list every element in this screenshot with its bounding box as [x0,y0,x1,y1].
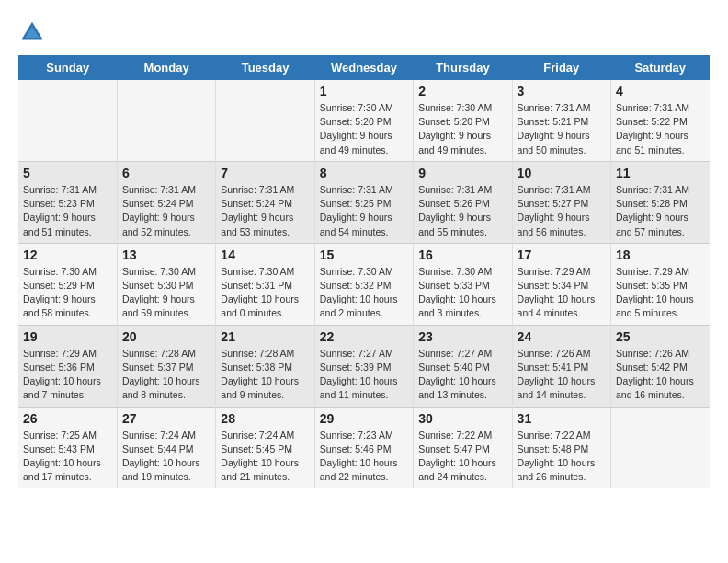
day-info: Sunrise: 7:31 AM Sunset: 5:24 PM Dayligh… [122,183,210,239]
day-info: Sunrise: 7:31 AM Sunset: 5:24 PM Dayligh… [221,183,309,239]
header-day-saturday: Saturday [611,55,710,80]
header-day-thursday: Thursday [414,55,512,80]
calendar-cell: 24Sunrise: 7:26 AM Sunset: 5:41 PM Dayli… [512,325,610,407]
day-number: 11 [616,166,705,180]
day-info: Sunrise: 7:29 AM Sunset: 5:34 PM Dayligh… [518,265,606,321]
calendar-cell: 10Sunrise: 7:31 AM Sunset: 5:27 PM Dayli… [512,161,610,243]
calendar-cell: 13Sunrise: 7:30 AM Sunset: 5:30 PM Dayli… [117,243,215,325]
header-day-wednesday: Wednesday [314,55,413,80]
day-number: 19 [23,329,112,344]
day-number: 5 [23,166,112,180]
day-info: Sunrise: 7:30 AM Sunset: 5:31 PM Dayligh… [221,265,309,321]
day-number: 29 [320,411,408,426]
day-info: Sunrise: 7:31 AM Sunset: 5:21 PM Dayligh… [518,101,606,157]
calendar-body: 1Sunrise: 7:30 AM Sunset: 5:20 PM Daylig… [18,80,710,488]
day-number: 10 [518,166,606,180]
calendar-cell: 16Sunrise: 7:30 AM Sunset: 5:33 PM Dayli… [414,243,512,325]
calendar-cell: 7Sunrise: 7:31 AM Sunset: 5:24 PM Daylig… [216,161,314,243]
day-number: 15 [320,247,408,262]
day-number: 26 [23,411,112,426]
day-info: Sunrise: 7:25 AM Sunset: 5:43 PM Dayligh… [23,429,112,485]
day-info: Sunrise: 7:30 AM Sunset: 5:30 PM Dayligh… [122,265,210,321]
calendar-cell [216,80,314,161]
day-number: 24 [518,329,606,344]
calendar-cell [611,407,710,488]
day-info: Sunrise: 7:31 AM Sunset: 5:23 PM Dayligh… [23,183,112,239]
calendar-cell: 27Sunrise: 7:24 AM Sunset: 5:44 PM Dayli… [117,407,215,488]
day-number: 20 [122,329,210,344]
day-info: Sunrise: 7:31 AM Sunset: 5:27 PM Dayligh… [518,183,606,239]
calendar-cell [18,80,117,161]
logo [18,18,50,46]
day-info: Sunrise: 7:28 AM Sunset: 5:37 PM Dayligh… [122,347,210,403]
calendar-header: SundayMondayTuesdayWednesdayThursdayFrid… [18,55,710,80]
calendar-cell: 30Sunrise: 7:22 AM Sunset: 5:47 PM Dayli… [414,407,512,488]
day-number: 17 [518,247,606,262]
day-info: Sunrise: 7:22 AM Sunset: 5:48 PM Dayligh… [518,429,606,485]
calendar-cell: 11Sunrise: 7:31 AM Sunset: 5:28 PM Dayli… [611,161,710,243]
day-number: 7 [221,166,309,180]
day-number: 1 [320,84,408,98]
calendar-cell: 29Sunrise: 7:23 AM Sunset: 5:46 PM Dayli… [314,407,413,488]
calendar-cell: 8Sunrise: 7:31 AM Sunset: 5:25 PM Daylig… [314,161,413,243]
day-number: 22 [320,329,408,344]
day-number: 14 [221,247,309,262]
day-number: 18 [616,247,705,262]
day-info: Sunrise: 7:30 AM Sunset: 5:20 PM Dayligh… [418,101,506,157]
day-number: 21 [221,329,309,344]
day-info: Sunrise: 7:26 AM Sunset: 5:41 PM Dayligh… [518,347,606,403]
page-header [18,18,710,46]
day-number: 23 [418,329,506,344]
calendar-cell: 21Sunrise: 7:28 AM Sunset: 5:38 PM Dayli… [216,325,314,407]
week-row-4: 19Sunrise: 7:29 AM Sunset: 5:36 PM Dayli… [18,325,710,407]
calendar-cell: 19Sunrise: 7:29 AM Sunset: 5:36 PM Dayli… [18,325,117,407]
week-row-1: 1Sunrise: 7:30 AM Sunset: 5:20 PM Daylig… [18,80,710,161]
day-info: Sunrise: 7:27 AM Sunset: 5:40 PM Dayligh… [418,347,506,403]
day-info: Sunrise: 7:30 AM Sunset: 5:20 PM Dayligh… [320,101,408,157]
logo-icon [18,18,46,46]
calendar-cell: 9Sunrise: 7:31 AM Sunset: 5:26 PM Daylig… [414,161,512,243]
week-row-2: 5Sunrise: 7:31 AM Sunset: 5:23 PM Daylig… [18,161,710,243]
day-number: 2 [418,84,506,98]
header-day-monday: Monday [117,55,215,80]
day-info: Sunrise: 7:28 AM Sunset: 5:38 PM Dayligh… [221,347,309,403]
day-number: 27 [122,411,210,426]
calendar-table: SundayMondayTuesdayWednesdayThursdayFrid… [18,55,710,488]
calendar-cell: 5Sunrise: 7:31 AM Sunset: 5:23 PM Daylig… [18,161,117,243]
day-info: Sunrise: 7:24 AM Sunset: 5:45 PM Dayligh… [221,429,309,485]
day-info: Sunrise: 7:23 AM Sunset: 5:46 PM Dayligh… [320,429,408,485]
day-info: Sunrise: 7:29 AM Sunset: 5:36 PM Dayligh… [23,347,112,403]
day-number: 6 [122,166,210,180]
calendar-cell: 20Sunrise: 7:28 AM Sunset: 5:37 PM Dayli… [117,325,215,407]
day-info: Sunrise: 7:27 AM Sunset: 5:39 PM Dayligh… [320,347,408,403]
calendar-cell: 14Sunrise: 7:30 AM Sunset: 5:31 PM Dayli… [216,243,314,325]
calendar-cell: 23Sunrise: 7:27 AM Sunset: 5:40 PM Dayli… [414,325,512,407]
day-info: Sunrise: 7:24 AM Sunset: 5:44 PM Dayligh… [122,429,210,485]
header-day-friday: Friday [512,55,610,80]
day-number: 28 [221,411,309,426]
calendar-cell: 18Sunrise: 7:29 AM Sunset: 5:35 PM Dayli… [611,243,710,325]
day-info: Sunrise: 7:31 AM Sunset: 5:28 PM Dayligh… [616,183,705,239]
day-number: 8 [320,166,408,180]
day-info: Sunrise: 7:30 AM Sunset: 5:33 PM Dayligh… [418,265,506,321]
day-info: Sunrise: 7:31 AM Sunset: 5:26 PM Dayligh… [418,183,506,239]
day-info: Sunrise: 7:31 AM Sunset: 5:22 PM Dayligh… [616,101,705,157]
header-row: SundayMondayTuesdayWednesdayThursdayFrid… [18,55,710,80]
calendar-cell: 15Sunrise: 7:30 AM Sunset: 5:32 PM Dayli… [314,243,413,325]
day-info: Sunrise: 7:22 AM Sunset: 5:47 PM Dayligh… [418,429,506,485]
calendar-cell: 6Sunrise: 7:31 AM Sunset: 5:24 PM Daylig… [117,161,215,243]
day-number: 16 [418,247,506,262]
day-info: Sunrise: 7:30 AM Sunset: 5:29 PM Dayligh… [23,265,112,321]
day-number: 25 [616,329,705,344]
week-row-5: 26Sunrise: 7:25 AM Sunset: 5:43 PM Dayli… [18,407,710,488]
calendar-cell: 2Sunrise: 7:30 AM Sunset: 5:20 PM Daylig… [414,80,512,161]
calendar-cell: 1Sunrise: 7:30 AM Sunset: 5:20 PM Daylig… [314,80,413,161]
day-number: 30 [418,411,506,426]
calendar-cell: 17Sunrise: 7:29 AM Sunset: 5:34 PM Dayli… [512,243,610,325]
calendar-cell: 25Sunrise: 7:26 AM Sunset: 5:42 PM Dayli… [611,325,710,407]
calendar-cell: 22Sunrise: 7:27 AM Sunset: 5:39 PM Dayli… [314,325,413,407]
week-row-3: 12Sunrise: 7:30 AM Sunset: 5:29 PM Dayli… [18,243,710,325]
day-info: Sunrise: 7:26 AM Sunset: 5:42 PM Dayligh… [616,347,705,403]
header-day-tuesday: Tuesday [216,55,314,80]
day-number: 12 [23,247,112,262]
